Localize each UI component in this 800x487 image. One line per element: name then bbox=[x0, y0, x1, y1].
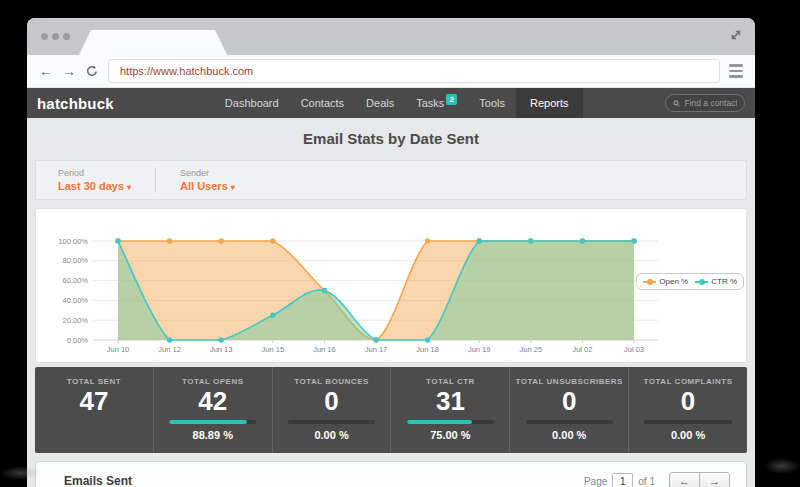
chevron-down-icon: ▾ bbox=[231, 183, 235, 192]
nav-item-label: Contacts bbox=[301, 97, 344, 109]
svg-text:Jun 15: Jun 15 bbox=[262, 345, 285, 354]
page-title: Email Stats by Date Sent bbox=[35, 130, 747, 147]
svg-text:Jul 02: Jul 02 bbox=[572, 345, 592, 354]
legend-item-ctr[interactable]: CTR % bbox=[695, 277, 737, 286]
nav-item-label: Dashboard bbox=[225, 97, 279, 109]
legend-item-open[interactable]: Open % bbox=[643, 277, 688, 286]
back-icon[interactable]: ← bbox=[39, 64, 53, 78]
page-number-input[interactable] bbox=[612, 473, 633, 487]
svg-text:100.00%: 100.00% bbox=[58, 237, 88, 246]
app-navbar: hatchbuck DashboardContactsDealsTasks2To… bbox=[27, 88, 755, 118]
stat-value: 31 bbox=[436, 387, 465, 417]
stat-progress-track bbox=[526, 420, 613, 424]
sender-dropdown[interactable]: All Users▾ bbox=[180, 180, 235, 192]
next-page-button[interactable]: → bbox=[699, 472, 730, 487]
emails-sent-title: Emails Sent bbox=[64, 474, 132, 487]
hatchbuck-logo: hatchbuck bbox=[37, 95, 114, 112]
legend-label: Open % bbox=[659, 277, 688, 286]
stat-label: TOTAL BOUNCES bbox=[294, 377, 369, 386]
nav-item-reports[interactable]: Reports bbox=[516, 88, 583, 118]
sender-filter: Sender All Users▾ bbox=[180, 168, 235, 192]
filter-bar: Period Last 30 days▾ Sender All Users▾ bbox=[35, 160, 747, 200]
search-input[interactable] bbox=[684, 98, 737, 108]
chevron-down-icon: ▾ bbox=[127, 183, 131, 192]
url-bar[interactable]: https://www.hatchbuck.com bbox=[108, 59, 720, 83]
page-label: Page bbox=[584, 476, 607, 487]
browser-menu-icon[interactable] bbox=[729, 64, 743, 78]
nav-item-tasks[interactable]: Tasks2 bbox=[405, 88, 468, 118]
period-dropdown[interactable]: Last 30 days▾ bbox=[58, 180, 131, 192]
screenshot-stage: ← → https://www.hatchbuck.com hatchbuck … bbox=[0, 0, 800, 487]
legend-marker-icon bbox=[643, 281, 656, 283]
browser-title-bar bbox=[27, 18, 755, 55]
stat-progress-track bbox=[407, 420, 494, 424]
stat-total-unsubscribers: TOTAL UNSUBSCRIBERS00.00 % bbox=[510, 367, 629, 453]
stat-value: 0 bbox=[681, 387, 695, 417]
prev-page-button[interactable]: ← bbox=[669, 472, 700, 487]
contact-search-box[interactable] bbox=[665, 94, 745, 112]
emails-sent-panel: Emails Sent Page of 1 ← → bbox=[35, 461, 747, 487]
stat-progress-fill bbox=[169, 420, 247, 424]
nav-item-label: Tasks bbox=[416, 97, 444, 109]
window-control-dots[interactable] bbox=[41, 33, 70, 40]
nav-item-contacts[interactable]: Contacts bbox=[290, 88, 355, 118]
refresh-icon[interactable] bbox=[85, 64, 99, 78]
chart-legend: Open %CTR % bbox=[636, 273, 744, 290]
svg-text:Jun 25: Jun 25 bbox=[520, 345, 543, 354]
browser-address-row: ← → https://www.hatchbuck.com bbox=[27, 55, 755, 88]
stat-total-complaints: TOTAL COMPLAINTS00.00 % bbox=[629, 367, 747, 453]
stat-label: TOTAL SENT bbox=[67, 377, 121, 386]
stat-total-opens: TOTAL OPENS4288.89 % bbox=[154, 367, 273, 453]
filter-label: Sender bbox=[180, 168, 235, 178]
tasks-count-badge: 2 bbox=[446, 94, 457, 105]
nav-item-label: Tools bbox=[479, 97, 505, 109]
forward-icon[interactable]: → bbox=[62, 64, 76, 78]
stat-value: 42 bbox=[198, 387, 227, 417]
nav-menu: DashboardContactsDealsTasks2ToolsReports bbox=[214, 88, 583, 118]
stat-total-bounces: TOTAL BOUNCES00.00 % bbox=[273, 367, 392, 453]
svg-text:Jul 03: Jul 03 bbox=[624, 345, 644, 354]
stat-percentage: 0.00 % bbox=[314, 429, 348, 441]
browser-tab[interactable] bbox=[79, 30, 227, 55]
stat-progress-track bbox=[644, 420, 731, 424]
stat-progress-track bbox=[169, 420, 256, 424]
legend-marker-icon bbox=[695, 281, 708, 283]
background-smudge bbox=[764, 458, 800, 474]
window-dot-icon[interactable] bbox=[52, 33, 59, 40]
stat-value: 47 bbox=[79, 387, 108, 417]
stat-label: TOTAL UNSUBSCRIBERS bbox=[516, 377, 623, 386]
legend-label: CTR % bbox=[711, 277, 737, 286]
stat-percentage: 88.89 % bbox=[193, 429, 233, 441]
stat-percentage: 0.00 % bbox=[552, 429, 586, 441]
svg-text:Jun 16: Jun 16 bbox=[313, 345, 336, 354]
pagination: Page of 1 ← → bbox=[584, 472, 730, 487]
pagination-buttons: ← → bbox=[669, 472, 730, 487]
stat-value: 0 bbox=[324, 387, 338, 417]
search-icon bbox=[673, 99, 680, 108]
stat-label: TOTAL COMPLAINTS bbox=[644, 377, 733, 386]
nav-item-label: Reports bbox=[530, 97, 569, 109]
expand-window-icon[interactable] bbox=[729, 28, 743, 42]
svg-text:Jun 17: Jun 17 bbox=[365, 345, 388, 354]
browser-window: ← → https://www.hatchbuck.com hatchbuck … bbox=[27, 18, 755, 487]
stat-label: TOTAL CTR bbox=[426, 377, 475, 386]
svg-text:60.00%: 60.00% bbox=[63, 276, 89, 285]
svg-text:20.00%: 20.00% bbox=[63, 316, 89, 325]
svg-text:0.00%: 0.00% bbox=[67, 336, 89, 345]
report-page: Email Stats by Date Sent Period Last 30 … bbox=[27, 130, 755, 487]
nav-item-dashboard[interactable]: Dashboard bbox=[214, 88, 290, 118]
stat-total-sent: TOTAL SENT47 bbox=[35, 367, 154, 453]
window-dot-icon[interactable] bbox=[63, 33, 70, 40]
svg-text:Jun 12: Jun 12 bbox=[158, 345, 181, 354]
svg-text:80.00%: 80.00% bbox=[63, 256, 89, 265]
url-text: https://www.hatchbuck.com bbox=[120, 65, 253, 77]
nav-item-tools[interactable]: Tools bbox=[468, 88, 516, 118]
stat-progress-fill bbox=[407, 420, 472, 424]
svg-text:40.00%: 40.00% bbox=[63, 296, 89, 305]
period-filter: Period Last 30 days▾ bbox=[58, 168, 131, 192]
svg-text:Jun 18: Jun 18 bbox=[416, 345, 439, 354]
window-dot-icon[interactable] bbox=[41, 33, 48, 40]
stat-total-ctr: TOTAL CTR3175.00 % bbox=[391, 367, 510, 453]
stat-percentage: 75.00 % bbox=[430, 429, 470, 441]
nav-item-deals[interactable]: Deals bbox=[355, 88, 405, 118]
